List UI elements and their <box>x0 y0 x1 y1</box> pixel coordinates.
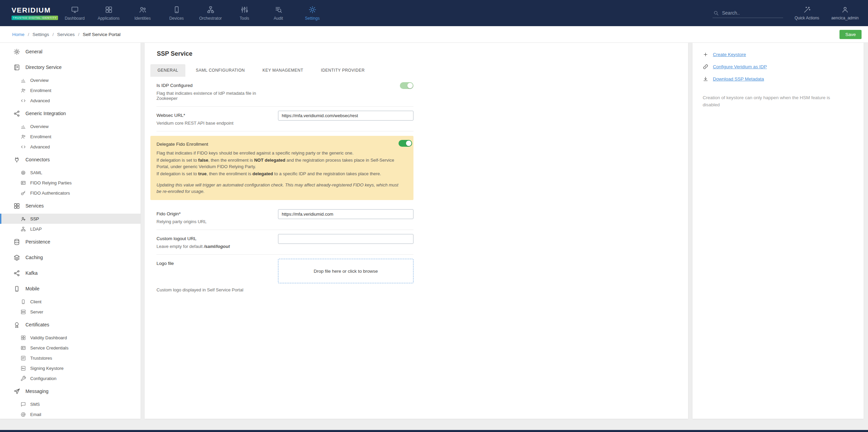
custom-logout-url-input[interactable] <box>278 234 413 244</box>
breadcrumb-separator: / <box>28 32 29 37</box>
field-websec-url: Websec URL* Veridium core REST API base … <box>156 107 413 131</box>
sidebar-item-saml[interactable]: SAML <box>0 167 141 178</box>
sidebar-item-connectors[interactable]: Connectors <box>0 152 141 167</box>
wand-icon <box>803 6 811 14</box>
field-meta: Custom logout URL Leave empty for defaul… <box>156 234 278 249</box>
tab-general[interactable]: GENERAL <box>150 64 185 77</box>
field-custom-logout-url: Custom logout URL Leave empty for defaul… <box>156 230 413 255</box>
websec-url-input[interactable] <box>278 111 413 121</box>
sidebar-item-fido-authenticators[interactable]: FIDO Authenticators <box>0 188 141 198</box>
nav-item-identities[interactable]: Identities <box>126 0 160 26</box>
create-keystore-link[interactable]: Create Keystore <box>703 48 864 60</box>
grid-icon <box>105 5 113 14</box>
nav-item-applications[interactable]: Applications <box>92 0 126 26</box>
download-ssp-metadata-link[interactable]: Download SSP Metadata <box>703 73 864 85</box>
logo-tagline: TRUSTED DIGITAL IDENTITY <box>12 16 58 20</box>
sidebar-item-ldap[interactable]: LDAP <box>0 224 141 234</box>
sidebar-item-directory-advanced[interactable]: Advanced <box>0 95 141 106</box>
sidebar-item-general[interactable]: General <box>0 44 141 59</box>
gear-icon <box>308 5 317 14</box>
field-control: Drop file here or click to browse <box>278 259 413 283</box>
sidebar-item-label: Services <box>25 203 44 209</box>
tab-key-management[interactable]: KEY MANAGEMENT <box>255 64 310 77</box>
search-input[interactable] <box>722 10 782 16</box>
field-fido-origin: Fido Origin* Relying party origins URL <box>156 205 413 230</box>
tab-identity-provider[interactable]: IDENTITY PROVIDER <box>314 64 372 77</box>
sidebar-item-label: Messaging <box>25 389 49 394</box>
breadcrumb-settings[interactable]: Settings <box>33 32 49 37</box>
nav-label: Devices <box>169 16 184 21</box>
sidebar-item-mobile-server[interactable]: Server <box>0 307 141 317</box>
tab-saml-configuration[interactable]: SAML CONFIGURATION <box>189 64 252 77</box>
people-icon <box>138 5 147 14</box>
sidebar-item-label: Server <box>30 309 43 314</box>
sidebar-item-signing-keystore[interactable]: Signing Keystore <box>0 363 141 373</box>
sidebar-item-generic-enrollment[interactable]: Enrollment <box>0 131 141 142</box>
field-meta: Logo file <box>156 259 278 283</box>
plus-icon <box>703 52 708 57</box>
user-menu[interactable]: aencica_admin <box>831 6 859 20</box>
download-icon <box>703 76 708 82</box>
sidebar-item-messaging[interactable]: Messaging <box>0 383 141 399</box>
sidebar-item-label: SMS <box>30 402 40 407</box>
sidebar-item-directory-enrollment[interactable]: Enrollment <box>0 85 141 95</box>
user-label: aencica_admin <box>831 16 859 20</box>
delegate-fido-toggle[interactable] <box>399 140 412 147</box>
sidebar-item-caching[interactable]: Caching <box>0 250 141 265</box>
sidebar-item-generic-overview[interactable]: Overview <box>0 121 141 131</box>
grid-icon <box>20 335 26 341</box>
sidebar-item-label: Directory Service <box>25 65 62 70</box>
breadcrumb-home[interactable]: Home <box>12 32 24 37</box>
person-plus-icon <box>20 134 26 140</box>
sidebar-item-configuration[interactable]: Configuration <box>0 373 141 383</box>
nav-label: Identities <box>134 16 151 21</box>
actions-panel: Create Keystore Configure Veridium as ID… <box>692 43 864 419</box>
quick-actions-button[interactable]: Quick Actions <box>793 6 821 20</box>
configure-veridium-as-idp-link[interactable]: Configure Veridium as IDP <box>703 60 864 73</box>
nav-item-audit[interactable]: Audit <box>261 0 295 26</box>
sidebar-item-ssp[interactable]: SSP <box>0 214 141 224</box>
nav-item-dashboard[interactable]: Dashboard <box>58 0 92 26</box>
delegate-fido-enrollment-panel: Delegate Fido Enrollment Flag that indic… <box>150 136 413 200</box>
save-button[interactable]: Save <box>839 30 862 39</box>
sidebar-item-label: Truststores <box>30 356 52 361</box>
field-control <box>278 209 413 224</box>
fingerprint-icon <box>20 170 26 176</box>
sidebar-item-service-credentials[interactable]: Service Credentials <box>0 343 141 353</box>
nav-item-devices[interactable]: Devices <box>160 0 193 26</box>
field-description: Relying party origins URL <box>156 219 278 224</box>
search-icon[interactable] <box>713 10 719 16</box>
sidebar-item-directory-service[interactable]: Directory Service <box>0 59 141 75</box>
sidebar-item-directory-overview[interactable]: Overview <box>0 75 141 85</box>
sidebar-item-kafka[interactable]: Kafka <box>0 265 141 281</box>
sidebar-item-label: Kafka <box>25 270 38 276</box>
sidebar-item-label: General <box>25 49 42 54</box>
sidebar-item-email[interactable]: Email <box>0 409 141 419</box>
sidebar-item-mobile[interactable]: Mobile <box>0 281 141 296</box>
bar-chart-icon <box>20 77 26 83</box>
sidebar-item-generic-advanced[interactable]: Advanced <box>0 142 141 152</box>
nav-label: Applications <box>98 16 120 21</box>
sidebar-item-mobile-client[interactable]: Client <box>0 296 141 307</box>
sidebar-item-sms[interactable]: SMS <box>0 399 141 409</box>
field-label: Fido Origin* <box>156 211 278 216</box>
is-idp-configured-toggle[interactable] <box>400 82 413 89</box>
nav-item-tools[interactable]: Tools <box>227 0 261 26</box>
breadcrumb-current: Self Service Portal <box>83 32 121 37</box>
sidebar-item-persistence[interactable]: Persistence <box>0 234 141 250</box>
veridium-logo[interactable]: VERIDIUM TRUSTED DIGITAL IDENTITY <box>0 6 58 20</box>
sidebar-item-certificates[interactable]: Certificates <box>0 317 141 332</box>
sidebar-item-fido-relying-parties[interactable]: FIDO Relying Parties <box>0 178 141 188</box>
breadcrumb-services[interactable]: Services <box>57 32 75 37</box>
sidebar-item-truststores[interactable]: Truststores <box>0 353 141 363</box>
sidebar-item-validity-dashboard[interactable]: Validity Dashboard <box>0 332 141 343</box>
sidebar-item-label: Persistence <box>25 239 50 245</box>
logo-file-dropzone[interactable]: Drop file here or click to browse <box>278 259 413 283</box>
sidebar-item-generic-integration[interactable]: Generic Integration <box>0 106 141 121</box>
tab-bar: GENERAL SAML CONFIGURATION KEY MANAGEMEN… <box>150 64 688 77</box>
sidebar-item-services[interactable]: Services <box>0 198 141 214</box>
fido-origin-input[interactable] <box>278 209 413 219</box>
certificate-icon <box>13 321 20 328</box>
nav-item-settings[interactable]: Settings <box>295 0 329 26</box>
nav-item-orchestrator[interactable]: Orchestrator <box>193 0 227 26</box>
